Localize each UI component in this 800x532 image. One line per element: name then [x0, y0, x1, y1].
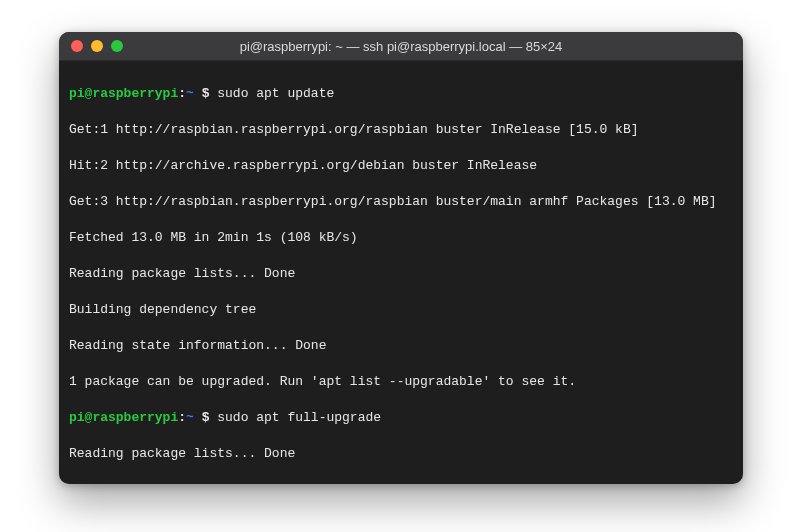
prompt-sep: : — [178, 410, 186, 425]
output-line: Reading state information... Done — [69, 337, 733, 355]
prompt-user: pi@raspberrypi — [69, 86, 178, 101]
titlebar[interactable]: pi@raspberrypi: ~ — ssh pi@raspberrypi.l… — [59, 32, 743, 61]
prompt-line: pi@raspberrypi:~ $ sudo apt full-upgrade — [69, 409, 733, 427]
output-line: Building dependency tree — [69, 301, 733, 319]
output-line: Get:1 http://raspbian.raspberrypi.org/ra… — [69, 121, 733, 139]
terminal-window: pi@raspberrypi: ~ — ssh pi@raspberrypi.l… — [59, 32, 743, 484]
prompt-user: pi@raspberrypi — [69, 410, 178, 425]
prompt-path: ~ — [186, 86, 194, 101]
output-line: Reading package lists... Done — [69, 445, 733, 463]
output-line: Reading package lists... Done — [69, 265, 733, 283]
output-line: Hit:2 http://archive.raspberrypi.org/deb… — [69, 157, 733, 175]
command-text: sudo apt full-upgrade — [217, 410, 381, 425]
zoom-icon[interactable] — [111, 40, 123, 52]
output-line: Fetched 13.0 MB in 2min 1s (108 kB/s) — [69, 229, 733, 247]
traffic-lights — [59, 40, 123, 52]
prompt-sep: : — [178, 86, 186, 101]
command-text: sudo apt update — [217, 86, 334, 101]
close-icon[interactable] — [71, 40, 83, 52]
output-line: Get:3 http://raspbian.raspberrypi.org/ra… — [69, 193, 733, 211]
output-line: Building dependency tree — [69, 481, 733, 484]
prompt-sigil: $ — [194, 410, 217, 425]
output-line: 1 package can be upgraded. Run 'apt list… — [69, 373, 733, 391]
prompt-sigil: $ — [194, 86, 217, 101]
prompt-path: ~ — [186, 410, 194, 425]
window-title: pi@raspberrypi: ~ — ssh pi@raspberrypi.l… — [59, 39, 743, 54]
terminal-body[interactable]: pi@raspberrypi:~ $ sudo apt update Get:1… — [59, 61, 743, 484]
prompt-line: pi@raspberrypi:~ $ sudo apt update — [69, 85, 733, 103]
minimize-icon[interactable] — [91, 40, 103, 52]
